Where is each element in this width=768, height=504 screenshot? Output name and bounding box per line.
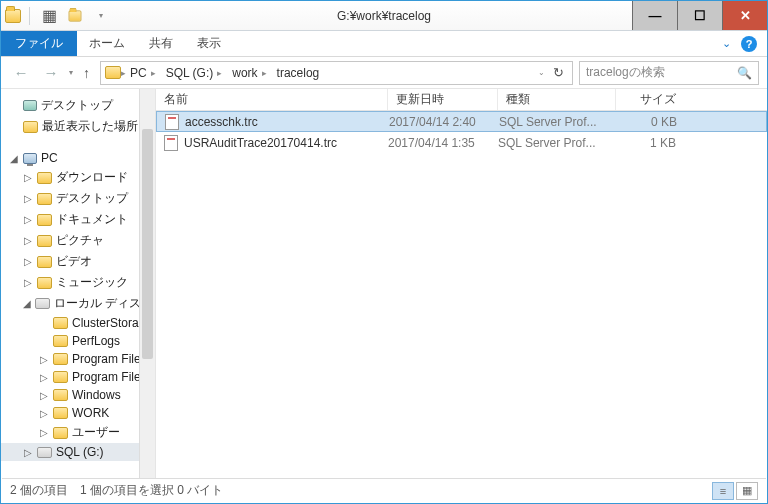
tree-item[interactable]: ▷ダウンロード [1, 167, 155, 188]
address-bar[interactable]: ▸ PC▸ SQL (G:)▸ work▸ tracelog ⌄ ↻ [100, 61, 573, 85]
ribbon-tab-home[interactable]: ホーム [77, 31, 137, 56]
tree-item[interactable]: ▷ドキュメント [1, 209, 155, 230]
navbar: ← → ▾ ↑ ▸ PC▸ SQL (G:)▸ work▸ tracelog ⌄… [1, 57, 767, 89]
col-size[interactable]: サイズ [616, 89, 696, 110]
tree-item[interactable]: ▷ミュージック [1, 272, 155, 293]
qat-dropdown-icon[interactable]: ▾ [90, 5, 112, 27]
maximize-button[interactable]: ☐ [677, 1, 722, 30]
tree-item[interactable]: ▷Windows [1, 386, 155, 404]
tree-item[interactable]: ▷Program Files [1, 368, 155, 386]
file-row[interactable]: USRAuditTrace20170414.trc 2017/04/14 1:3… [156, 132, 767, 153]
drive-icon [35, 298, 50, 309]
breadcrumb-item[interactable]: work▸ [228, 66, 272, 80]
tree-item-drive-sql[interactable]: ▷SQL (G:) [1, 443, 155, 461]
breadcrumb-item[interactable]: PC▸ [126, 66, 162, 80]
tree-item[interactable]: ▷Program Files [1, 350, 155, 368]
tree-scrollbar[interactable] [139, 89, 155, 479]
help-icon[interactable]: ? [741, 36, 757, 52]
drive-icon [37, 447, 52, 458]
col-type[interactable]: 種類 [498, 89, 616, 110]
column-headers[interactable]: 名前 更新日時 種類 サイズ [156, 89, 767, 111]
minimize-button[interactable]: — [632, 1, 677, 30]
breadcrumb-item[interactable]: SQL (G:)▸ [162, 66, 229, 80]
tree-item[interactable]: ▷ユーザー [1, 422, 155, 443]
qat-newfolder-icon[interactable] [64, 5, 86, 27]
file-icon [164, 135, 178, 151]
tree-item-desktop[interactable]: デスクトップ [1, 95, 155, 116]
window-title: G:¥work¥tracelog [337, 9, 431, 23]
nav-back-button[interactable]: ← [9, 61, 33, 85]
ribbon-expand-icon[interactable]: ⌄ [722, 37, 731, 50]
ribbon-file-tab[interactable]: ファイル [1, 31, 77, 56]
view-details-button[interactable]: ≡ [712, 482, 734, 500]
pc-icon [23, 153, 37, 164]
file-icon [165, 114, 179, 130]
tree-item[interactable]: ▷WORK [1, 404, 155, 422]
app-icon [5, 9, 21, 23]
file-list: 名前 更新日時 種類 サイズ accesschk.trc 2017/04/14 … [156, 89, 767, 479]
search-placeholder: tracelogの検索 [586, 64, 665, 81]
qat-properties-icon[interactable]: ▦ [38, 5, 60, 27]
refresh-icon[interactable]: ↻ [553, 65, 564, 80]
folder-icon [23, 121, 38, 133]
tree-item[interactable]: PerfLogs [1, 332, 155, 350]
navigation-tree[interactable]: デスクトップ 最近表示した場所 ◢PC ▷ダウンロード ▷デスクトップ ▷ドキュ… [1, 89, 156, 479]
file-row[interactable]: accesschk.trc 2017/04/14 2:40 SQL Server… [156, 111, 767, 132]
ribbon: ファイル ホーム 共有 表示 ⌄ ? [1, 31, 767, 57]
desktop-icon [23, 100, 37, 111]
search-input[interactable]: tracelogの検索 🔍 [579, 61, 759, 85]
view-icons-button[interactable]: ▦ [736, 482, 758, 500]
tree-item[interactable]: ▷ビデオ [1, 251, 155, 272]
folder-icon [105, 66, 121, 79]
nav-forward-button[interactable]: → [39, 61, 63, 85]
tree-item-pc[interactable]: ◢PC [1, 149, 155, 167]
titlebar: ▦ ▾ G:¥work¥tracelog — ☐ ✕ [1, 1, 767, 31]
ribbon-tab-view[interactable]: 表示 [185, 31, 233, 56]
status-selection: 1 個の項目を選択 0 バイト [80, 482, 223, 499]
tree-item[interactable]: ▷ピクチャ [1, 230, 155, 251]
ribbon-tab-share[interactable]: 共有 [137, 31, 185, 56]
tree-item-recent[interactable]: 最近表示した場所 [1, 116, 155, 137]
nav-up-button[interactable]: ↑ [79, 65, 94, 81]
col-date[interactable]: 更新日時 [388, 89, 498, 110]
status-count: 2 個の項目 [10, 482, 68, 499]
breadcrumb-item[interactable]: tracelog [273, 66, 326, 80]
tree-item-drive-c[interactable]: ◢ローカル ディスク (C:) [1, 293, 155, 314]
address-dropdown-icon[interactable]: ⌄ [538, 68, 545, 77]
tree-item[interactable]: ClusterStorag [1, 314, 155, 332]
nav-history-dropdown[interactable]: ▾ [69, 68, 73, 77]
search-icon: 🔍 [737, 66, 752, 80]
tree-item[interactable]: ▷デスクトップ [1, 188, 155, 209]
col-name[interactable]: 名前 [156, 89, 388, 110]
close-button[interactable]: ✕ [722, 1, 767, 30]
statusbar: 2 個の項目 1 個の項目を選択 0 バイト ≡ ▦ [2, 478, 766, 502]
